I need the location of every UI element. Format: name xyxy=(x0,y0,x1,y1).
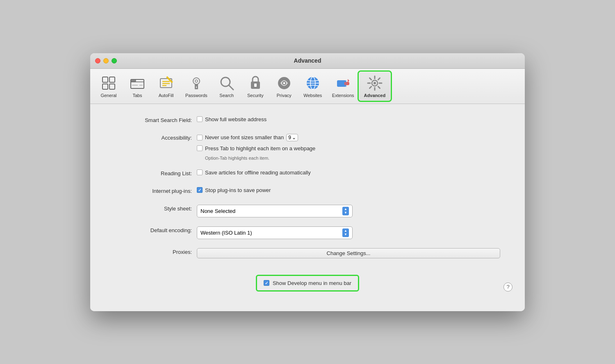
font-size-checkbox[interactable] xyxy=(197,135,203,140)
encoding-row: Default encoding: Western (ISO Latin 1) … xyxy=(90,226,525,239)
smart-search-checkbox[interactable] xyxy=(197,116,203,122)
reading-list-label: Reading List: xyxy=(115,170,197,176)
svg-rect-2 xyxy=(109,77,115,82)
svg-line-41 xyxy=(369,86,371,88)
svg-rect-29 xyxy=(344,82,349,85)
smart-search-row: Smart Search Field: Show full website ad… xyxy=(90,116,525,125)
tab-tabs-label: Tabs xyxy=(132,93,142,98)
tab-security-label: Security xyxy=(247,93,264,98)
reading-list-checkbox[interactable] xyxy=(197,170,203,175)
tab-highlight-row: Press Tab to highlight each item on a we… xyxy=(197,145,500,151)
tab-websites-label: Websites xyxy=(303,93,322,98)
minimize-button[interactable] xyxy=(103,58,109,63)
tab-highlight-sublabel: Option-Tab highlights each item. xyxy=(205,156,500,161)
svg-rect-0 xyxy=(102,77,108,82)
internet-plugins-inline: Stop plug-ins to save power xyxy=(197,187,500,193)
accessibility-row: Accessibility: Never use font sizes smal… xyxy=(90,134,525,161)
font-size-arrow: ⌄ xyxy=(292,135,296,140)
tab-highlight-checkbox[interactable] xyxy=(197,145,203,151)
maximize-button[interactable] xyxy=(112,58,117,63)
svg-rect-21 xyxy=(254,84,257,87)
proxies-row: Proxies: Change Settings... xyxy=(90,248,525,258)
tab-search[interactable]: Search xyxy=(212,72,241,100)
internet-plugins-row: Internet plug-ins: Stop plug-ins to save… xyxy=(90,187,525,196)
svg-line-19 xyxy=(229,85,233,90)
websites-icon xyxy=(304,75,321,92)
internet-plugins-checkbox-label: Stop plug-ins to save power xyxy=(205,187,271,193)
internet-plugins-control: Stop plug-ins to save power xyxy=(197,187,500,196)
reading-list-inline: Save articles for offline reading automa… xyxy=(197,170,500,176)
smart-search-inline: Show full website address xyxy=(197,116,500,122)
proxies-control: Change Settings... xyxy=(197,248,500,258)
internet-plugins-label: Internet plug-ins: xyxy=(115,187,197,194)
svg-rect-5 xyxy=(131,79,136,82)
style-sheet-label: Style sheet: xyxy=(115,205,197,212)
tabs-icon xyxy=(129,75,146,92)
tab-extensions[interactable]: Extensions xyxy=(327,72,359,100)
toolbar: General Tabs xyxy=(90,69,525,104)
tab-websites[interactable]: Websites xyxy=(298,72,327,100)
tab-security[interactable]: Security xyxy=(241,72,270,100)
tab-passwords[interactable]: Passwords xyxy=(180,72,212,100)
style-sheet-arrows: ▲ ▼ xyxy=(342,207,349,215)
reading-list-row: Reading List: Save articles for offline … xyxy=(90,170,525,178)
tab-privacy-label: Privacy xyxy=(277,93,292,98)
internet-plugins-checkbox[interactable] xyxy=(197,187,203,193)
general-icon xyxy=(100,75,117,92)
accessibility-control: Never use font sizes smaller than 9 ⌄ Pr… xyxy=(197,134,500,161)
encoding-arrows: ▲ ▼ xyxy=(342,228,349,237)
tab-extensions-label: Extensions xyxy=(332,93,354,98)
content-area: Smart Search Field: Show full website ad… xyxy=(90,104,525,311)
font-size-label: Never use font sizes smaller than xyxy=(205,134,284,140)
help-button[interactable]: ? xyxy=(503,283,512,292)
accessibility-label: Accessibility: xyxy=(115,134,197,141)
reading-list-control: Save articles for offline reading automa… xyxy=(197,170,500,178)
svg-point-33 xyxy=(374,82,376,84)
svg-line-38 xyxy=(369,78,371,79)
tab-general-label: General xyxy=(100,93,116,98)
change-settings-button[interactable]: Change Settings... xyxy=(197,248,500,258)
style-sheet-row: Style sheet: None Selected ▲ ▼ xyxy=(90,205,525,217)
develop-menu-area: Show Develop menu in menu bar xyxy=(256,275,359,292)
title-bar: Advanced xyxy=(90,53,525,69)
encoding-value: Western (ISO Latin 1) xyxy=(200,230,252,236)
font-size-select[interactable]: 9 ⌄ xyxy=(286,134,298,141)
svg-point-14 xyxy=(193,78,200,84)
reading-list-checkbox-label: Save articles for offline reading automa… xyxy=(205,170,311,176)
smart-search-label: Smart Search Field: xyxy=(115,116,197,123)
tab-advanced[interactable]: Advanced xyxy=(359,72,391,100)
advanced-icon xyxy=(366,75,383,92)
tab-autofill[interactable]: AutoFill xyxy=(152,72,180,100)
svg-marker-31 xyxy=(348,79,349,82)
security-icon xyxy=(247,75,264,92)
smart-search-checkbox-label: Show full website address xyxy=(205,116,266,122)
tab-privacy[interactable]: Privacy xyxy=(270,72,298,100)
encoding-control: Western (ISO Latin 1) ▲ ▼ xyxy=(197,226,500,239)
tab-general[interactable]: General xyxy=(94,72,123,100)
smart-search-control: Show full website address xyxy=(197,116,500,125)
tab-advanced-label: Advanced xyxy=(364,93,386,98)
develop-menu-checkbox[interactable] xyxy=(264,280,269,286)
style-sheet-value: None Selected xyxy=(200,208,235,214)
svg-rect-1 xyxy=(102,84,108,89)
tab-tabs[interactable]: Tabs xyxy=(123,72,152,100)
passwords-icon xyxy=(188,75,205,92)
tab-passwords-label: Passwords xyxy=(185,93,207,98)
traffic-lights xyxy=(95,58,117,63)
font-size-value: 9 xyxy=(288,135,291,140)
encoding-label: Default encoding: xyxy=(115,226,197,233)
tab-search-label: Search xyxy=(219,93,234,98)
search-icon xyxy=(218,75,235,92)
svg-line-39 xyxy=(378,86,380,88)
close-button[interactable] xyxy=(95,58,100,63)
tab-autofill-label: AutoFill xyxy=(159,93,174,98)
proxies-label: Proxies: xyxy=(115,248,197,255)
preferences-window: Advanced General xyxy=(90,53,525,311)
encoding-select[interactable]: Western (ISO Latin 1) ▲ ▼ xyxy=(197,226,353,239)
svg-point-24 xyxy=(283,82,285,84)
privacy-icon xyxy=(276,75,293,92)
accessibility-fontsize-row: Never use font sizes smaller than 9 ⌄ xyxy=(197,134,500,141)
style-sheet-select[interactable]: None Selected ▲ ▼ xyxy=(197,205,353,217)
autofill-icon xyxy=(157,75,175,92)
svg-point-15 xyxy=(195,80,198,82)
